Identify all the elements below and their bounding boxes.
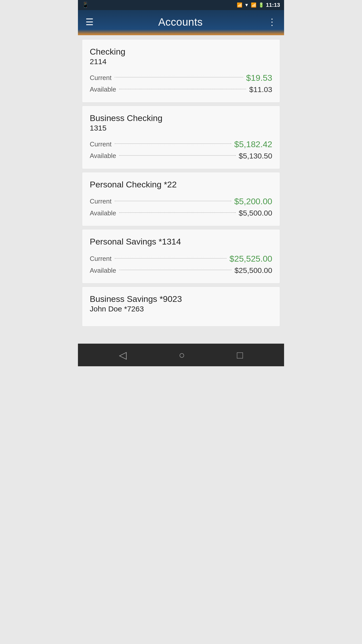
available-row: Available $5,130.50 <box>90 152 272 160</box>
current-label: Current <box>90 197 112 205</box>
dots-separator <box>115 258 227 259</box>
hamburger-menu-icon[interactable]: ☰ <box>85 17 94 27</box>
available-label: Available <box>90 209 116 217</box>
available-amount: $11.03 <box>249 85 272 94</box>
battery-icon: 🔋 <box>258 2 264 8</box>
accounts-list: Checking 2114 Current $19.53 Available $… <box>78 35 284 344</box>
account-card-business-checking[interactable]: Business Checking 1315 Current $5,182.42… <box>82 106 280 169</box>
current-row: Current $5,182.42 <box>90 139 272 149</box>
home-button[interactable]: ○ <box>179 349 185 361</box>
account-name: Personal Savings *1314 <box>90 236 272 247</box>
current-amount: $5,182.42 <box>234 139 272 149</box>
account-number: 2114 <box>90 57 272 66</box>
account-owner: John Doe *7263 <box>90 305 272 313</box>
app-header: ☰ Accounts ⋮ <box>78 10 284 35</box>
dots-separator <box>115 77 243 77</box>
recents-button[interactable]: □ <box>237 349 243 361</box>
account-number: 1315 <box>90 124 272 132</box>
available-row: Available $25,500.00 <box>90 266 272 275</box>
more-options-icon[interactable]: ⋮ <box>267 17 277 27</box>
bluetooth-icon: 📶 <box>237 2 242 8</box>
current-amount: $25,525.00 <box>230 254 272 264</box>
android-icon: 📱 <box>82 2 89 8</box>
current-row: Current $25,525.00 <box>90 254 272 264</box>
account-card-business-savings[interactable]: Business Savings *9023 John Doe *7263 <box>82 287 280 327</box>
account-card-personal-savings[interactable]: Personal Savings *1314 Current $25,525.0… <box>82 229 280 284</box>
dots-separator <box>119 270 232 270</box>
status-bar-left: 📱 <box>82 2 89 8</box>
time-display: 11:13 <box>266 2 280 8</box>
current-label: Current <box>90 140 112 148</box>
status-bar: 📱 📶 ▼ 📶 🔋 11:13 <box>78 0 284 10</box>
current-row: Current $5,200.00 <box>90 196 272 206</box>
current-amount: $5,200.00 <box>234 196 272 206</box>
account-name: Personal Checking *22 <box>90 179 272 190</box>
available-amount: $5,500.00 <box>239 209 272 217</box>
bottom-navigation: ◁ ○ □ <box>78 344 284 366</box>
dots-separator <box>115 143 231 144</box>
current-label: Current <box>90 74 112 82</box>
available-row: Available $11.03 <box>90 85 272 94</box>
current-amount: $19.53 <box>246 73 272 83</box>
account-name: Business Checking <box>90 113 272 123</box>
available-label: Available <box>90 152 116 160</box>
dots-separator <box>119 155 236 156</box>
available-amount: $5,130.50 <box>239 152 272 160</box>
account-name: Checking <box>90 47 272 57</box>
current-row: Current $19.53 <box>90 73 272 83</box>
available-label: Available <box>90 267 116 274</box>
account-card-checking[interactable]: Checking 2114 Current $19.53 Available $… <box>82 39 280 103</box>
wifi-icon: 📶 <box>251 2 256 8</box>
current-label: Current <box>90 255 112 263</box>
dots-separator <box>119 212 236 213</box>
account-card-personal-checking[interactable]: Personal Checking *22 Current $5,200.00 … <box>82 172 280 226</box>
available-row: Available $5,500.00 <box>90 209 272 217</box>
page-title: Accounts <box>158 16 203 28</box>
status-bar-right: 📶 ▼ 📶 🔋 11:13 <box>237 2 280 8</box>
back-button[interactable]: ◁ <box>119 349 127 361</box>
dots-separator <box>115 201 231 201</box>
available-label: Available <box>90 86 116 93</box>
signal-icon: ▼ <box>244 3 249 8</box>
available-amount: $25,500.00 <box>235 266 272 275</box>
account-name: Business Savings *9023 <box>90 294 272 304</box>
dots-separator <box>119 89 246 89</box>
